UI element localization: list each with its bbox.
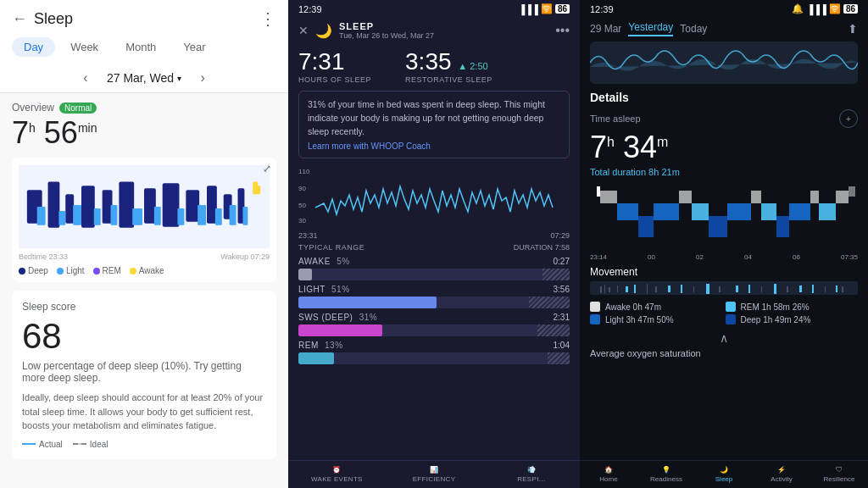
p2-hours-metric: 7:31 HOURS OF SLEEP — [298, 50, 371, 84]
sleep-score-label: Sleep score — [22, 301, 266, 313]
svg-rect-54 — [617, 286, 618, 292]
p2-sleep-title: SLEEP — [339, 21, 434, 31]
svg-rect-53 — [609, 287, 610, 292]
p3-movement-bar — [590, 281, 858, 295]
expand-icon[interactable]: ⤢ — [263, 163, 271, 175]
p2-hours-label: HOURS OF SLEEP — [298, 75, 371, 84]
tab-respi[interactable]: 💨 RESPI... — [482, 461, 580, 488]
next-date-button[interactable]: › — [193, 69, 212, 87]
tab-month[interactable]: Month — [114, 37, 168, 57]
panel1-content: Overview Normal 7h 56min ⤢ — [0, 93, 288, 488]
back-icon[interactable]: ← — [12, 10, 27, 28]
svg-rect-17 — [111, 205, 118, 225]
sleep-duration: 7h 56min — [12, 115, 276, 151]
legend-deep: Deep 1h 49m 24% — [726, 314, 859, 324]
p2-info-text: 31% of your time in bed was spent in dee… — [308, 98, 560, 138]
p2-info-box: 31% of your time in bed was spent in dee… — [298, 91, 570, 158]
p2-time: 12:39 — [298, 4, 322, 14]
svg-rect-51 — [600, 286, 602, 293]
svg-rect-66 — [761, 286, 762, 292]
p3-wave-chart — [590, 42, 858, 84]
hypno-svg — [590, 182, 858, 250]
legend-rem: REM 1h 58m 26% — [726, 302, 859, 312]
wakeup-label: Wakeup 07:29 — [220, 252, 270, 261]
svg-rect-8 — [163, 183, 180, 226]
typical-range-label: TYPICAL RANGE — [298, 243, 364, 252]
tab-year[interactable]: Year — [171, 37, 217, 57]
p2-bottom-tabs: ⏰ WAKE EVENTS 📊 EFFICIENCY 💨 RESPI... — [288, 460, 580, 488]
p2-more-icon[interactable]: ••• — [555, 23, 570, 38]
svg-rect-45 — [776, 216, 789, 237]
sleep-score-detail: Ideally, deep sleep should account for a… — [22, 391, 266, 433]
svg-rect-65 — [748, 285, 750, 293]
tab-resilience[interactable]: 🛡 Resilience — [810, 461, 868, 488]
p2-stage-sws: SWS (DEEP) 31% 2:31 — [298, 313, 570, 336]
tab-readiness[interactable]: 💡 Readiness — [637, 461, 695, 488]
panel-google-fit: ← Sleep ⋮ Day Week Month Year ‹ 27 Mar, … — [0, 0, 288, 488]
svg-rect-19 — [154, 207, 161, 225]
tab-week[interactable]: Week — [58, 37, 110, 57]
svg-rect-4 — [81, 186, 95, 227]
tab-activity[interactable]: ⚡ Activity — [753, 461, 810, 488]
svg-rect-71 — [825, 286, 826, 292]
svg-rect-62 — [706, 284, 709, 294]
tab-sleep[interactable]: 🌙 Sleep — [695, 461, 753, 488]
chart-legend: Deep Light REM Awake — [19, 266, 270, 275]
svg-rect-73 — [842, 286, 843, 292]
p3-signal-icon: ▐▐▐ — [806, 4, 826, 14]
svg-rect-63 — [719, 286, 721, 292]
resilience-icon: 🛡 — [836, 466, 843, 474]
p2-stage-rem: REM 13% 1:04 — [298, 341, 570, 364]
p3-total-duration: Total duration 8h 21m — [580, 167, 868, 182]
p3-battery-icon: 86 — [843, 4, 858, 14]
movement-svg — [590, 281, 858, 295]
nav-29mar[interactable]: 29 Mar — [590, 23, 621, 35]
sleep-chart-svg — [19, 164, 270, 249]
svg-rect-20 — [177, 208, 184, 225]
svg-rect-60 — [681, 285, 682, 293]
date-display: 27 Mar, Wed ▾ — [107, 71, 181, 85]
tab-efficiency[interactable]: 📊 EFFICIENCY — [386, 461, 483, 488]
p2-info-link[interactable]: Learn more with WHOOP Coach — [308, 141, 560, 151]
svg-rect-6 — [119, 181, 134, 227]
p2-restorative-metric: 3:35 ▲ 2:50 RESTORATIVE SLEEP — [405, 50, 492, 84]
svg-rect-57 — [647, 284, 648, 294]
svg-rect-69 — [799, 286, 802, 292]
p3-nav: 29 Mar Yesterday Today ⬆ — [580, 18, 868, 42]
p2-restorative-value: 3:35 ▲ 2:50 — [405, 50, 492, 74]
prev-date-button[interactable]: ‹ — [76, 69, 95, 87]
svg-rect-58 — [655, 286, 657, 292]
more-icon[interactable]: ⋮ — [259, 8, 276, 29]
tab-home[interactable]: 🏠 Home — [580, 461, 637, 488]
alarm-icon: 🔔 — [792, 3, 804, 14]
tab-wake-events[interactable]: ⏰ WAKE EVENTS — [288, 461, 386, 488]
svg-text:90: 90 — [298, 185, 306, 192]
tab-day[interactable]: Day — [12, 37, 55, 57]
svg-rect-56 — [634, 285, 636, 293]
wake-icon: ⏰ — [332, 466, 341, 474]
svg-rect-46 — [789, 203, 810, 220]
share-icon[interactable]: ⬆ — [848, 22, 858, 36]
svg-rect-24 — [242, 207, 248, 225]
awake-bar — [298, 269, 570, 280]
p2-chart-time-labels: 23:31 07:29 — [288, 231, 580, 240]
svg-rect-21 — [198, 205, 206, 225]
svg-rect-44 — [761, 203, 776, 220]
info-button[interactable]: + — [839, 109, 858, 128]
p3-time-asleep-row: Time asleep + — [580, 109, 868, 128]
signal-icon: ▐▐▐ — [518, 4, 537, 14]
p3-movement-label: Movement — [580, 266, 868, 281]
nav-today[interactable]: Today — [680, 23, 707, 35]
wave-svg — [590, 42, 858, 84]
actual-ideal-legend: Actual Ideal — [22, 440, 266, 449]
nav-yesterday[interactable]: Yesterday — [628, 21, 673, 36]
svg-rect-18 — [132, 208, 142, 225]
sleep-score-card: Sleep score 68 Low percentage of deep sl… — [12, 291, 276, 459]
svg-rect-41 — [709, 216, 727, 237]
p2-sleep-date: Tue, Mar 26 to Wed, Mar 27 — [339, 31, 434, 40]
p3-collapse-chevron[interactable]: ∧ — [580, 331, 868, 345]
p3-bottom-tabs: 🏠 Home 💡 Readiness 🌙 Sleep ⚡ Activity 🛡 … — [580, 460, 868, 488]
legend-light: Light 3h 47m 50% — [590, 314, 723, 324]
p3-duration: 7h 34m — [580, 128, 868, 167]
close-icon[interactable]: ✕ — [298, 24, 309, 37]
